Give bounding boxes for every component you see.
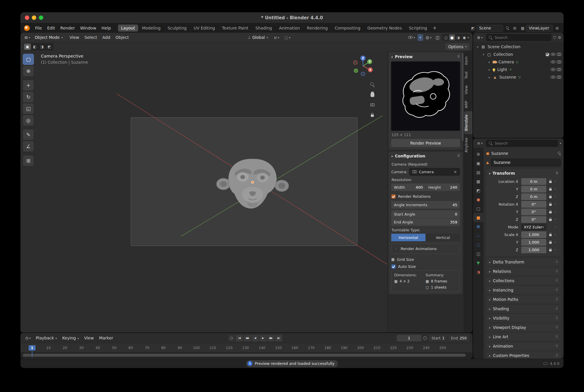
collapsed-panel-header[interactable]: Viewport Display <box>486 323 561 332</box>
play-button[interactable]: ▶ <box>259 335 267 341</box>
gizmo-neg-y-axis[interactable] <box>354 69 358 73</box>
value-field[interactable]: 0 m <box>521 178 546 185</box>
shading-material-button[interactable]: ◑ <box>455 34 461 40</box>
editor-type-button[interactable]: ⊞▾ <box>23 34 32 41</box>
expand-toggle[interactable]: ▸ <box>488 76 491 79</box>
menu-item[interactable]: Edit <box>44 25 58 32</box>
end-frame-field[interactable]: End250 <box>448 335 470 341</box>
shading-solid-button[interactable]: ● <box>449 34 455 40</box>
animate-dot[interactable] <box>555 248 558 251</box>
pan-control[interactable] <box>369 91 376 98</box>
current-frame-field[interactable]: 1 <box>397 335 421 341</box>
end-angle-field[interactable]: End Angle359 <box>391 218 460 226</box>
next-keyframe-button[interactable]: ◆▶ <box>267 335 274 341</box>
properties-editor-type-button[interactable]: ≡▾ <box>475 140 484 146</box>
menu-item[interactable]: Render <box>58 25 78 32</box>
lock-view-toggle[interactable] <box>369 112 376 118</box>
collapsed-panel-header[interactable]: Collections <box>486 277 561 285</box>
render-visibility-toggle[interactable] <box>557 68 561 71</box>
orientation-dropdown[interactable]: ⟂Global▾ <box>246 34 270 41</box>
filter-funnel-icon[interactable]: ▽ <box>553 35 556 40</box>
timeline-menu-item[interactable]: Keying▾ <box>60 334 81 341</box>
drag-handle-icon[interactable] <box>457 55 460 59</box>
lock-icon[interactable] <box>549 189 552 191</box>
animate-dot[interactable] <box>555 195 558 198</box>
zoom-window-button[interactable] <box>39 15 43 20</box>
add-workspace-button[interactable]: + <box>430 25 439 31</box>
value-field[interactable]: 0° <box>521 209 546 215</box>
value-field[interactable]: 0 m <box>521 186 546 192</box>
sidebar-tab[interactable]: Tool <box>464 68 472 82</box>
minimize-window-button[interactable] <box>32 15 36 20</box>
drag-handle-icon[interactable] <box>555 279 558 283</box>
gizmo-neg-x-axis[interactable] <box>354 61 357 65</box>
properties-options-icon[interactable]: ▾ <box>560 142 561 145</box>
sidebar-tab[interactable]: Anytree <box>464 134 472 156</box>
annotate-tool[interactable]: ✎ <box>23 129 34 140</box>
collapsed-panel-header[interactable]: Motion Paths <box>486 295 561 303</box>
sidebar-tab[interactable]: Item <box>464 53 472 68</box>
drag-handle-icon[interactable] <box>555 353 558 358</box>
render-rotations-checkbox[interactable] <box>391 194 396 199</box>
workspace-tab[interactable]: Layout <box>118 25 138 32</box>
hide-eye-toggle[interactable] <box>551 76 555 79</box>
new-viewlayer-button[interactable]: ⊞ <box>554 25 560 31</box>
turntable-option-button[interactable]: Vertical <box>426 234 460 241</box>
drag-handle-icon[interactable] <box>555 344 558 348</box>
lock-icon[interactable] <box>549 196 552 198</box>
render-animations-checkbox[interactable] <box>394 247 398 251</box>
select-mode-subtract[interactable]: ◨ <box>39 44 46 50</box>
tab-constraints[interactable]: ◫ <box>473 249 484 258</box>
start-frame-field[interactable]: Start1 <box>429 335 448 341</box>
jump-to-end-button[interactable]: ▶| <box>275 335 282 341</box>
lock-icon[interactable] <box>549 242 552 244</box>
drag-handle-icon[interactable] <box>555 307 558 311</box>
drag-handle-icon[interactable] <box>555 297 558 301</box>
value-field[interactable]: 0° <box>521 201 546 208</box>
navigation-gizmo[interactable]: Z Y X <box>352 54 374 77</box>
suzanne-model[interactable] <box>216 159 289 209</box>
lock-icon[interactable] <box>549 249 552 251</box>
timeline-ruler[interactable]: 1102030405060708090100110120130140150160… <box>20 343 472 352</box>
viewport-menu-item[interactable]: Add <box>100 34 113 41</box>
render-visibility-toggle[interactable] <box>557 53 561 56</box>
workspace-tab[interactable]: Sculpting <box>164 25 190 32</box>
select-box-tool[interactable]: ▢ <box>23 54 34 65</box>
viewport-canvas[interactable]: Camera Perspective (1) Collection | Suza… <box>20 51 387 332</box>
gizmos-toggle[interactable]: ⌖ <box>418 34 423 41</box>
lock-icon[interactable] <box>549 211 552 214</box>
add-cube-tool[interactable]: ⊞ <box>23 155 34 166</box>
viewlayer-selector[interactable]: ViewLayer <box>526 25 553 32</box>
select-mode-intersect[interactable]: ◩ <box>46 44 53 50</box>
collapsed-panel-header[interactable]: Line Art <box>486 333 561 341</box>
scale-tool[interactable]: ◱ <box>23 103 34 114</box>
workspace-tab[interactable]: UV Editing <box>190 25 218 32</box>
drag-handle-icon[interactable] <box>555 269 558 273</box>
animate-dot[interactable] <box>555 188 558 190</box>
transform-panel-header[interactable]: Transform <box>486 169 561 177</box>
mode-dropdown[interactable]: Object Mode▾ <box>32 34 65 41</box>
scene-selector[interactable]: Scene <box>476 25 503 32</box>
expand-toggle[interactable]: ▸ <box>488 60 491 64</box>
value-field[interactable]: 1.000 <box>521 231 546 238</box>
outliner-row[interactable]: ▾ Scene Collection <box>473 43 564 51</box>
tab-view-layer[interactable]: ▦ <box>473 177 484 186</box>
collapsed-panel-header[interactable]: Relations <box>486 267 561 275</box>
jump-to-start-button[interactable]: |◀ <box>236 335 243 341</box>
viewport-menu-item[interactable]: Object <box>113 34 132 41</box>
camera-select-field[interactable]: Camera × <box>409 168 460 176</box>
turntable-option-button[interactable]: Horizontal <box>391 234 425 241</box>
drag-handle-icon[interactable] <box>555 335 558 339</box>
render-visibility-toggle[interactable] <box>557 76 561 79</box>
timeline-menu-item[interactable]: Playback▾ <box>33 334 60 341</box>
frame-tick[interactable]: 250 <box>443 343 459 352</box>
viewport-menu-item[interactable]: Select <box>82 34 100 41</box>
sidebar-tab[interactable]: Blendale <box>464 111 472 134</box>
tab-render[interactable]: ▣ <box>473 159 484 168</box>
collapsed-panel-header[interactable]: Delta Transform <box>486 258 561 266</box>
value-field[interactable]: 1.000 <box>521 239 546 246</box>
collapsed-panel-header[interactable]: Animation <box>486 342 561 350</box>
visibility-dropdown[interactable]: ▾ <box>406 35 417 40</box>
animate-dot[interactable] <box>555 241 558 244</box>
configuration-panel-header[interactable]: Configuration <box>389 152 463 160</box>
